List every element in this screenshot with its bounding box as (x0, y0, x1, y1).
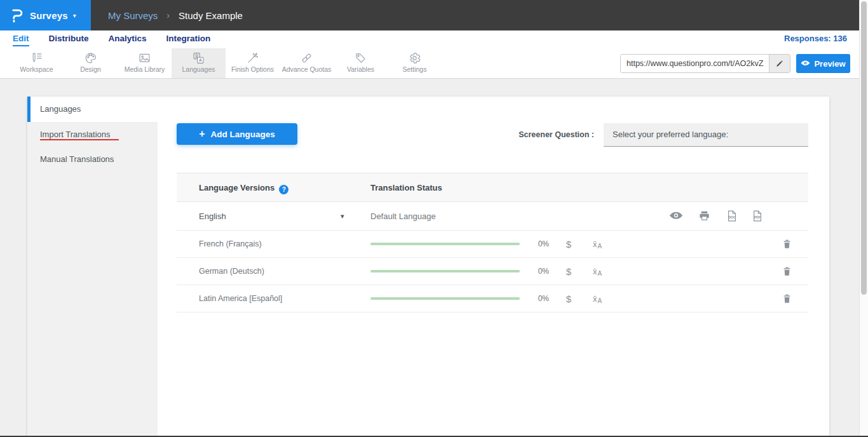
sidebar-item-languages[interactable]: Languages (27, 97, 158, 122)
auto-translate-button[interactable]: x̄A (587, 238, 608, 250)
toolbar-item-label: Workspace (10, 65, 64, 73)
survey-nav: Edit Distribute Analytics Integration Re… (0, 30, 868, 48)
table-header-row: Language Versions? Translation Status (177, 173, 808, 202)
view-button[interactable] (668, 210, 684, 222)
page-scrollbar (859, 0, 868, 437)
breadcrumb-my-surveys[interactable]: My Surveys (108, 10, 158, 21)
import-translations-underline (40, 139, 119, 140)
table-row-french: French (Français) 0% $ x̄A (177, 231, 808, 258)
tab-analytics[interactable]: Analytics (109, 30, 147, 48)
sidebar-item-import-translations[interactable]: Import Translations (27, 122, 158, 147)
svg-text:DOC: DOC (728, 215, 736, 219)
toolbar-item-label: Media Library (118, 65, 172, 73)
sidebar-item-manual-translations[interactable]: Manual Translations (27, 147, 158, 171)
design-icon (84, 51, 97, 65)
toolbar-item-design[interactable]: Design (64, 48, 118, 78)
auto-translate-button[interactable]: x̄A (587, 266, 608, 277)
languages-sidebar: Languages Import Translations Manual Tra… (27, 97, 158, 437)
trash-icon (782, 239, 792, 250)
paid-translation-button[interactable]: $ (560, 239, 578, 250)
survey-url-input[interactable] (621, 55, 769, 72)
print-icon (698, 210, 710, 222)
translate-icon: x̄ (593, 294, 597, 304)
edit-toolbar: Workspace Design Media Library A Langua (0, 48, 868, 79)
table-row-latin-america: Latin America [Español] 0% $ x̄A (177, 285, 808, 313)
paid-translation-button[interactable]: $ (560, 266, 578, 277)
toolbar-item-label: Languages (172, 65, 226, 73)
survey-url-box (620, 54, 790, 73)
translate-icon: x̄ (593, 239, 597, 249)
toolbar-item-settings[interactable]: Settings (388, 48, 442, 78)
toolbar-item-finish-options[interactable]: Finish Options (226, 48, 280, 78)
translation-percent: 0% (525, 267, 549, 276)
delete-language-button[interactable] (779, 266, 794, 277)
languages-icon: A (192, 51, 205, 65)
questionpro-app: Surveys ▾ My Surveys › Study Example Upg… (0, 0, 868, 437)
product-name: Surveys (30, 10, 68, 21)
variables-icon (354, 51, 367, 65)
screener-question-field[interactable]: Select your preferred language: (604, 123, 808, 147)
preview-label: Preview (814, 59, 845, 69)
toolbar-item-workspace[interactable]: Workspace (10, 48, 64, 78)
edit-url-icon (775, 59, 784, 68)
sidebar-item-label: Manual Translations (40, 154, 114, 164)
responses-count[interactable]: Responses: 136 (784, 30, 847, 48)
pdf-icon: PDF (751, 210, 764, 222)
add-languages-button[interactable]: + Add Languages (177, 123, 297, 145)
preview-eye-icon (801, 60, 810, 67)
language-name: Latin America [Español] (199, 294, 282, 303)
eye-icon (669, 212, 683, 221)
dollar-icon: $ (566, 293, 571, 304)
advance-quotas-icon (300, 51, 313, 65)
edit-url-button[interactable] (769, 55, 790, 72)
export-doc-button[interactable]: DOC (724, 210, 740, 222)
dollar-icon: $ (566, 266, 571, 277)
preview-button[interactable]: Preview (796, 54, 850, 73)
col-language-versions: Language Versions? (199, 173, 288, 203)
trash-icon (782, 266, 792, 277)
translation-percent: 0% (525, 239, 549, 248)
toolbar-item-label: Settings (388, 65, 442, 73)
col-translation-status: Translation Status (370, 173, 442, 203)
sidebar-item-label: Import Translations (40, 130, 111, 139)
language-name: English (199, 212, 226, 221)
export-pdf-button[interactable]: PDF (750, 210, 765, 222)
doc-icon: DOC (726, 210, 738, 222)
translation-progress-bar (370, 297, 520, 300)
delete-language-button[interactable] (779, 238, 794, 250)
tab-integration[interactable]: Integration (166, 30, 211, 48)
paid-translation-button[interactable]: $ (560, 293, 578, 304)
translate-icon-a: A (597, 243, 602, 250)
media-library-icon (138, 51, 151, 65)
translation-status: Default Language (370, 212, 436, 221)
surveys-menu[interactable]: Surveys ▾ (0, 0, 91, 30)
survey-tabs: Edit Distribute Analytics Integration (13, 30, 210, 48)
caret-down-icon: ▾ (73, 12, 76, 19)
languages-pane: + Add Languages Screener Question : Sele… (158, 97, 829, 437)
translation-progress-bar (370, 243, 520, 245)
translate-icon-a: A (597, 297, 602, 304)
help-circle-icon[interactable]: ? (279, 185, 288, 194)
toolbar-item-variables[interactable]: Variables (334, 48, 388, 78)
toolbar-item-languages[interactable]: A Languages (172, 48, 226, 78)
scrollbar-thumb[interactable] (861, 1, 867, 295)
toolbar-item-advance-quotas[interactable]: Advance Quotas (280, 48, 334, 78)
tab-edit[interactable]: Edit (13, 30, 29, 48)
auto-translate-button[interactable]: x̄A (587, 293, 608, 304)
toolbar-item-label: Finish Options (226, 65, 280, 73)
toolbar-item-label: Variables (334, 65, 388, 73)
language-dropdown[interactable]: ▾ (341, 212, 344, 220)
trash-icon (782, 293, 792, 304)
language-name: German (Deutsch) (199, 267, 264, 276)
toolbar-item-media-library[interactable]: Media Library (118, 48, 172, 78)
breadcrumb-current: Study Example (179, 10, 243, 21)
tab-distribute[interactable]: Distribute (49, 30, 89, 48)
svg-text:PDF: PDF (754, 215, 761, 219)
workspace-icon (30, 51, 43, 65)
toolbar-item-label: Advance Quotas (280, 65, 334, 73)
print-button[interactable] (696, 210, 712, 222)
delete-language-button[interactable] (779, 293, 794, 304)
plus-icon: + (199, 128, 205, 140)
translation-progress-bar (370, 270, 520, 272)
breadcrumb-separator-icon: › (166, 10, 170, 20)
